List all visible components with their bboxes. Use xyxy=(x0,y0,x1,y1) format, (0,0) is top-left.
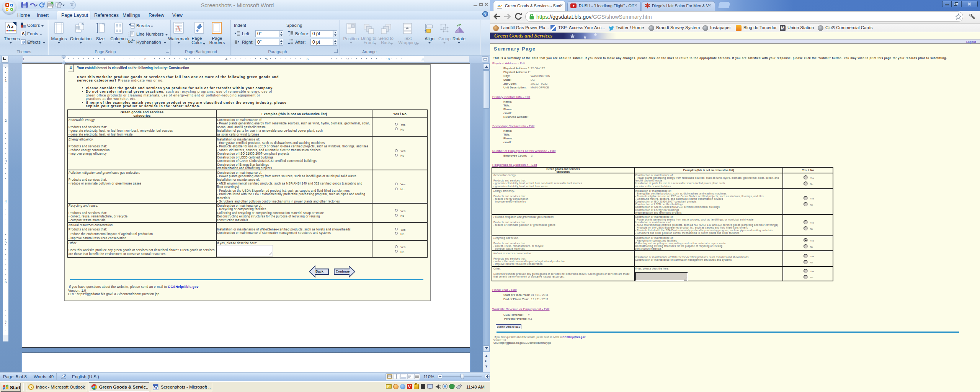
svg-text:3: 3 xyxy=(128,35,129,37)
svg-text:A: A xyxy=(175,24,181,33)
svg-text:W: W xyxy=(154,385,158,390)
svg-text:Aa: Aa xyxy=(7,23,14,29)
svg-text:e: e xyxy=(498,3,500,8)
